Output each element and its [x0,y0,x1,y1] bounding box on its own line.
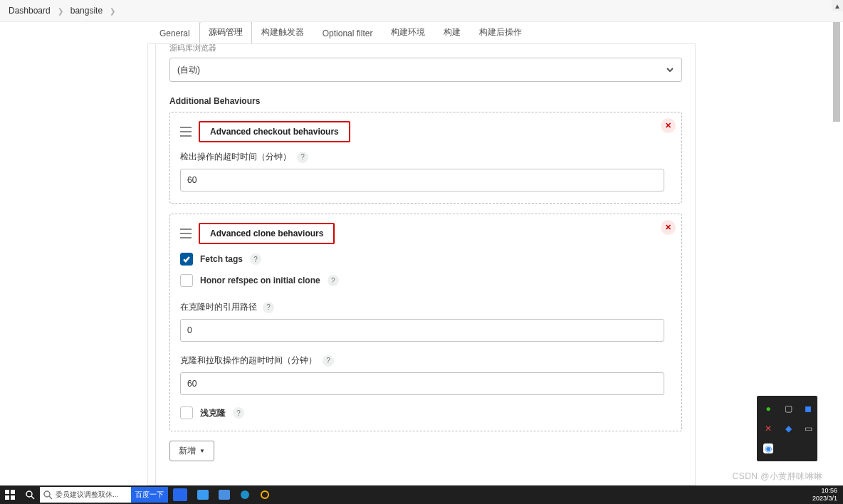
tab-optional-filter[interactable]: Optional filter [313,23,382,43]
checkout-timeout-row: 检出操作的超时时间（分钟） ? [180,151,671,163]
help-icon[interactable]: ? [323,355,334,367]
behaviour-advanced-checkout: ✕ Advanced checkout behaviours 检出操作的超时时间… [169,112,682,204]
help-icon[interactable]: ? [233,407,244,419]
tab-build-env[interactable]: 构建环境 [382,22,434,43]
add-behaviour-label: 新增 [179,445,196,457]
tab-general[interactable]: General [150,23,199,43]
ref-path-value: 0 [187,325,192,335]
tab-post-build[interactable]: 构建后操作 [470,22,531,43]
honor-refspec-label: Honor refspec on initial clone [200,275,320,285]
svg-point-4 [26,491,32,497]
scrollbar-thumb[interactable] [833,22,840,122]
checkout-timeout-value: 60 [187,175,197,185]
help-icon[interactable]: ? [297,152,308,163]
tab-scm[interactable]: 源码管理 [199,22,252,43]
drag-handle-icon[interactable] [180,229,192,238]
breadcrumb-project[interactable]: bangsite [70,6,103,16]
repo-browser-label: 源码库浏览器 [169,43,682,53]
svg-rect-2 [5,495,9,500]
taskbar-app-3[interactable] [214,485,235,504]
caret-down-icon: ▼ [199,448,205,454]
taskbar-edge[interactable] [235,485,255,504]
clone-timeout-input[interactable]: 60 [180,372,664,395]
help-icon[interactable]: ? [250,253,261,265]
honor-refspec-checkbox[interactable] [180,274,193,287]
wechat-icon[interactable]: ● [763,403,774,414]
shallow-clone-row: 浅克隆 ? [180,406,671,419]
ref-path-input[interactable]: 0 [180,319,664,342]
repo-browser-select[interactable]: (自动) [169,58,682,82]
windows-taskbar: 委员建议调整双休... 百度一下 10:56 2023/3/1 [0,485,843,504]
clock-date: 2023/3/1 [812,495,837,503]
config-panel: 源码库浏览器 (自动) Additional Behaviours ✕ Adva… [147,43,696,485]
add-behaviour-button[interactable]: 新增 ▼ [169,441,214,461]
config-column: General 源码管理 构建触发器 Optional filter 构建环境 … [147,22,696,485]
ref-path-label: 在克隆时的引用路径 [180,301,257,313]
taskbar-app-4[interactable] [255,485,275,504]
taskbar-app-2[interactable] [192,485,214,504]
help-icon[interactable]: ? [263,302,274,313]
breadcrumb-dashboard[interactable]: Dashboard [9,6,51,16]
honor-refspec-row: Honor refspec on initial clone ? [180,274,671,287]
svg-point-6 [44,491,50,497]
svg-rect-0 [5,490,9,494]
breadcrumb-sep-icon: ❯ [58,7,63,15]
shallow-clone-checkbox[interactable] [180,406,193,419]
additional-behaviours-title: Additional Behaviours [169,96,682,106]
fetch-tags-label: Fetch tags [200,254,243,264]
svg-rect-1 [11,490,15,494]
tab-triggers[interactable]: 构建触发器 [252,22,313,43]
app-icon [219,490,230,500]
behaviour-advanced-clone: ✕ Advanced clone behaviours Fetch tags ?… [169,214,682,431]
search-icon [43,490,53,500]
svg-line-5 [31,496,34,499]
floating-tray-widget[interactable]: ● ▢ ◼ ✕ ◆ ▭ ◉ [757,396,817,461]
checkout-timeout-input[interactable]: 60 [180,169,664,191]
behaviour-title: Advanced clone behaviours [199,223,335,244]
circle-icon [260,490,270,500]
taskbar-search-input[interactable]: 委员建议调整双休... [40,487,131,503]
svg-rect-3 [11,495,15,500]
page-body: General 源码管理 构建触发器 Optional filter 构建环境 … [0,22,843,485]
capture-icon[interactable]: ◉ [763,443,773,453]
cortana-button[interactable] [20,485,40,504]
delete-behaviour-button[interactable]: ✕ [661,118,676,133]
tab-build[interactable]: 构建 [434,22,470,43]
shield-icon[interactable]: ◆ [782,423,794,434]
checkout-timeout-label: 检出操作的超时时间（分钟） [180,151,291,163]
taskbar-app-1[interactable] [168,485,192,504]
baidu-search-button[interactable]: 百度一下 [131,487,168,503]
app-icon [173,488,187,501]
clock-time: 10:56 [812,487,837,495]
taskbar-clock[interactable]: 10:56 2023/3/1 [812,487,843,503]
svg-line-7 [49,496,52,499]
panel-gutter [155,44,156,485]
ref-path-row: 在克隆时的引用路径 ? [180,301,671,313]
scroll-up-button[interactable]: ▲ [832,0,843,11]
mute-icon[interactable]: ✕ [763,423,774,434]
app-icon[interactable]: ◼ [802,403,814,414]
fetch-tags-checkbox[interactable] [180,253,193,266]
window-icon[interactable]: ▢ [782,403,794,414]
outer-scrollbar[interactable] [833,22,840,485]
clone-timeout-row: 克隆和拉取操作的超时时间（分钟） ? [180,355,671,367]
clone-timeout-value: 60 [187,379,197,389]
behaviour-title: Advanced checkout behaviours [199,121,350,142]
watermark-text: CSDN @小黄胖咪啉啉 [732,471,823,483]
chevron-down-icon [666,65,674,74]
behaviour-header: Advanced checkout behaviours [180,121,671,142]
help-icon[interactable]: ? [328,275,339,286]
drag-handle-icon[interactable] [180,127,192,137]
search-icon [25,490,35,500]
delete-behaviour-button[interactable]: ✕ [661,220,676,235]
fetch-tags-row: Fetch tags ? [180,253,671,266]
start-button[interactable] [0,485,20,504]
breadcrumb-bar: Dashboard ❯ bangsite ❯ ▲ [0,0,843,22]
svg-point-9 [261,491,268,498]
behaviour-header: Advanced clone behaviours [180,223,671,244]
screen-icon[interactable]: ▭ [802,423,814,434]
taskbar-search-placeholder: 委员建议调整双休... [56,490,118,500]
edge-icon [240,490,250,500]
windows-logo-icon [5,490,15,500]
repo-browser-value: (自动) [177,64,200,76]
